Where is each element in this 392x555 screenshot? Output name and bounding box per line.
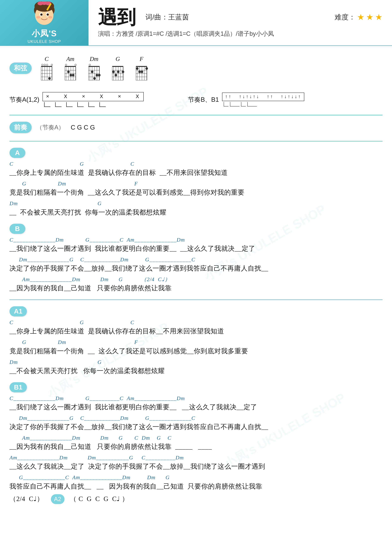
svg-point-27	[46, 64, 48, 66]
section-b-line2: Dm______________G C____________Dm G_____…	[9, 256, 383, 273]
svg-point-78	[117, 71, 120, 73]
section-b-line3: Am______________Dm Dm G （2/4 C♩） __因为我有的…	[9, 276, 383, 293]
svg-point-43	[75, 64, 76, 66]
svg-point-44	[67, 71, 70, 73]
prelude-content: （节奏A） C G C G	[36, 124, 95, 131]
logo-area: 小凤'S UKULELE SHOP	[0, 0, 88, 45]
section-b1-line1: C______________Dm G__________C Am_______…	[9, 395, 383, 412]
section-b: B C______________Dm G__________C Am_____…	[9, 224, 383, 293]
section-a-header: A	[9, 148, 383, 158]
svg-point-60	[91, 71, 93, 73]
svg-point-94	[141, 71, 143, 73]
section-a1-label: A1	[9, 306, 27, 316]
subtitle: 演唱：方雅贤 /原调1=#C /选调1=C（唱原调夹1品）/谱子by小小凤	[98, 30, 383, 38]
rhythm-a-label: 节奏A(1,2)	[9, 95, 39, 104]
section-a1-line2: G Dm F 竟是我们粗隔着一个街角 __ 这么久了我还是可以感到感觉__你到底…	[9, 339, 383, 356]
song-title: 遇到	[98, 7, 136, 27]
svg-point-77	[114, 74, 117, 76]
separator-3	[9, 299, 383, 300]
svg-point-76	[112, 71, 115, 73]
svg-point-45	[70, 74, 72, 76]
star-1: ★	[357, 12, 364, 22]
chords-section: 和弦 C	[9, 52, 383, 84]
chord-dm: Dm	[87, 55, 101, 81]
rhythm-b-pattern: ↑↑ ↑↓↑↓↑↓ ↑↑ ↑↓↑↓↓↑	[222, 93, 304, 101]
svg-rect-64	[112, 66, 123, 67]
svg-rect-30	[65, 66, 76, 67]
rhythm-b-label: 节奏B、B1	[188, 95, 219, 104]
composer-label: 词/曲：王蓝茵	[145, 13, 189, 22]
svg-point-9	[47, 14, 49, 16]
chord-c: C	[40, 55, 54, 81]
rhythm-a-pattern: × X × X × X	[43, 92, 144, 101]
svg-point-61	[93, 77, 96, 80]
star-2: ★	[366, 12, 373, 22]
chord-am-diagram	[63, 64, 78, 81]
chord-f: F	[134, 55, 149, 81]
svg-point-93	[138, 71, 141, 73]
svg-point-59	[89, 64, 91, 66]
svg-point-25	[42, 64, 43, 66]
svg-point-62	[96, 74, 98, 76]
svg-point-29	[48, 77, 51, 80]
svg-point-26	[44, 64, 45, 66]
section-b1-header: B1	[9, 382, 383, 392]
prelude-note: （节奏A）	[36, 124, 64, 131]
chord-am: Am	[63, 55, 78, 81]
svg-point-11	[48, 16, 52, 19]
section-b1: B1 C______________Dm G__________C Am____…	[9, 382, 383, 504]
svg-point-79	[122, 71, 124, 73]
chord-g: G	[111, 55, 125, 81]
svg-point-28	[51, 64, 53, 66]
section-b1-line4: Am______________Dm Dm___________G C_____…	[9, 454, 383, 471]
difficulty: 难度： ★ ★ ★	[335, 12, 383, 22]
chord-group: C	[40, 55, 149, 81]
section-b-line1: C______________Dm G__________C Am_______…	[9, 236, 383, 254]
logo-text-sub: UKULELE SHOP	[28, 39, 61, 44]
svg-point-10	[36, 16, 40, 19]
separator-1	[9, 115, 383, 115]
chord-c-diagram	[40, 64, 54, 81]
section-a: A C G C __你身上专属的陌生味道 是我确认你存在的目标 __不用来回张望…	[9, 148, 383, 217]
section-b1-line3: Am______________Dm Dm G C Dm G C __因为我有的…	[9, 434, 383, 452]
svg-point-8	[40, 14, 43, 16]
svg-rect-80	[136, 66, 147, 67]
svg-point-42	[65, 64, 67, 66]
section-b1-line6: （2/4 C♩） A2 （ C G C G C♩ ）	[9, 494, 383, 504]
section-a1-line3: Dm G __不会被天黑天亮打扰 你每一次的温柔我都想炫耀	[9, 359, 383, 376]
section-b1-line2: Dm______________G C____________Dm G_____…	[9, 415, 383, 432]
section-a-line2: G Dm F 竟是我们粗隔着一个街角 __这么久了我还是可以看到感觉__得到你对…	[9, 180, 383, 197]
chord-g-diagram	[111, 64, 125, 81]
svg-rect-13	[41, 66, 52, 67]
section-a-line3: Dm G __ 不会被天黑天亮打扰 你每一次的温柔我都想炫耀	[9, 200, 383, 217]
main-content: 小凤's UKULELE SHOP 小凤's UKULELE SHOP 小凤's…	[0, 46, 392, 517]
rhythm-b-block: 节奏B、B1 ↑↑ ↑↓↑↓↑↓ ↑↑ ↑↓↑↓↓↑	[188, 93, 304, 106]
section-a1-header: A1	[9, 306, 383, 316]
prelude-section: 前奏 （节奏A） C G C G	[9, 122, 383, 133]
chord-f-diagram	[134, 64, 149, 81]
a2-bubble: A2	[51, 494, 64, 504]
svg-point-92	[136, 67, 138, 70]
section-a1-line1: C G C __你身上专属的陌生味道 是我确认你存在的目标__不用来回张望我知道	[9, 319, 383, 336]
svg-point-46	[72, 74, 74, 76]
separator-2	[9, 141, 383, 141]
section-a-line1: C G C __你身上专属的陌生味道 是我确认你存在的目标 __不用来回张望我知…	[9, 161, 383, 178]
svg-point-4	[37, 1, 43, 5]
chord-dm-diagram	[87, 64, 101, 81]
section-b-header: B	[9, 224, 383, 234]
star-3: ★	[375, 12, 383, 22]
prelude-label: 前奏	[9, 122, 32, 133]
section-a1: A1 C G C __你身上专属的陌生味道 是我确认你存在的目标__不用来回张望…	[9, 306, 383, 376]
rhythm-section: 节奏A(1,2) × X × X × X 节奏B、B1	[9, 92, 383, 107]
section-b-label: B	[9, 224, 25, 234]
svg-point-63	[98, 74, 100, 76]
logo-text-main: 小凤'S	[32, 28, 57, 39]
logo-icon	[32, 1, 57, 27]
chords-label: 和弦	[9, 63, 32, 74]
svg-point-95	[145, 67, 148, 70]
title-area: 遇到 词/曲：王蓝茵 难度： ★ ★ ★ 演唱：方雅贤 /原调1=#C /选调1…	[88, 0, 392, 45]
header: 小凤'S UKULELE SHOP 遇到 词/曲：王蓝茵 难度： ★ ★ ★ 演…	[0, 0, 392, 46]
section-b1-line5: G______________C Am______________Dm Dm G…	[9, 474, 383, 491]
rhythm-a-block: 节奏A(1,2) × X × X × X	[9, 92, 144, 107]
prelude-chords: C G C G	[71, 124, 95, 131]
